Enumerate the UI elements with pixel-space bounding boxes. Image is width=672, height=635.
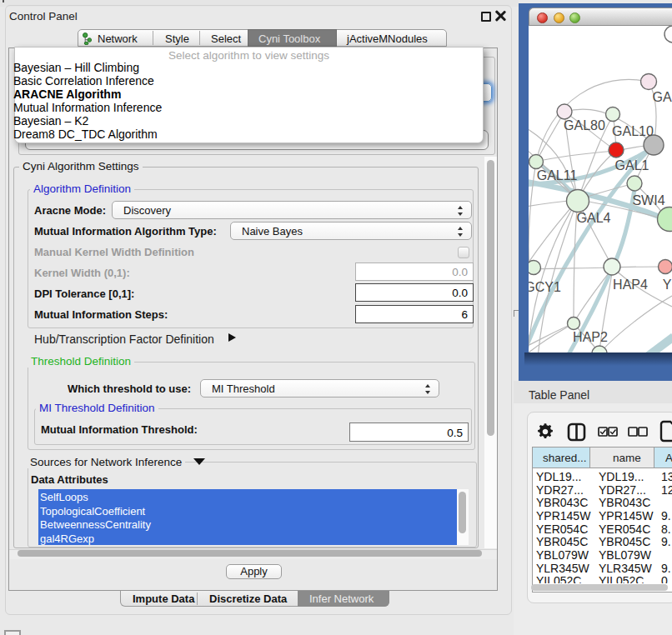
svg-text:GAL80: GAL80	[564, 118, 605, 132]
svg-text:Y: Y	[663, 278, 672, 292]
svg-text:GAL4: GAL4	[577, 211, 611, 225]
svg-text:HAP2: HAP2	[573, 330, 608, 344]
svg-text:GAL7: GAL7	[653, 90, 672, 104]
svg-text:SWI4: SWI4	[632, 193, 664, 208]
svg-text:HAP4: HAP4	[613, 278, 648, 292]
svg-text:GCY1: GCY1	[529, 280, 561, 294]
svg-text:GAL1: GAL1	[615, 158, 649, 172]
svg-text:GAL11: GAL11	[537, 168, 578, 182]
svg-text:GAL10: GAL10	[612, 124, 654, 138]
